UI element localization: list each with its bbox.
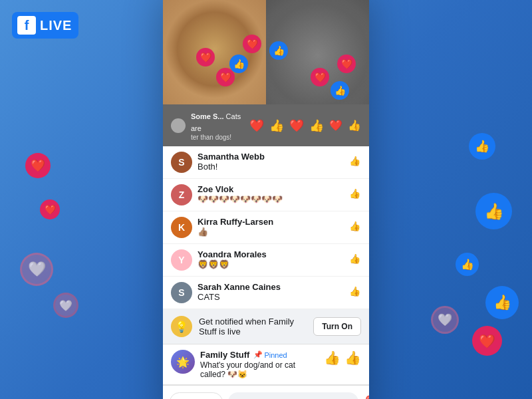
- top-comment-text: Some S... Cats are: [191, 112, 241, 132]
- comment-like-btn[interactable]: 👍: [348, 285, 361, 298]
- bg-heart-3: ❤️: [472, 326, 502, 356]
- dog-face: [266, 0, 369, 104]
- comment-content: Yoandra Morales 🦁🦁🦁: [198, 249, 342, 269]
- share-icon: ↗: [180, 397, 187, 400]
- comment-message: Both!: [198, 162, 342, 172]
- comment-content: Zoe Vlok 🐶🐶🐶🐶🐶🐶🐶🐶: [198, 184, 342, 204]
- fb-logo: f: [17, 16, 36, 35]
- bg-like-2: 👍: [475, 193, 512, 229]
- comment-avatar: K: [171, 217, 192, 238]
- comment-like-icon-3: 👍: [348, 119, 361, 132]
- bg-like-3: 👍: [456, 253, 479, 276]
- comment-heart-icon: ❤️: [249, 118, 264, 133]
- comment-message: CATS: [198, 292, 342, 302]
- video-section: LIVE ♦ 7.4k ❤️ ❤️ 👍 ❤️ ❤️ 👍 ❤️ 👍: [163, 0, 369, 104]
- comment-name: Sarah Xanne Caines: [198, 282, 342, 292]
- comment-name: Samantha Webb: [198, 152, 342, 162]
- comment-avatar: S: [171, 152, 192, 173]
- notification-icon: 💡: [171, 316, 192, 337]
- comment-message: 🦁🦁🦁: [198, 259, 342, 269]
- comment-heart-icon-3: ❤️: [329, 119, 342, 132]
- bg-heart-outline-2: 🤍: [53, 293, 78, 318]
- comment-avatar: S: [171, 282, 192, 303]
- comment-item: K Kirra Ruffy-Larsen 👍🏽 👍: [163, 211, 369, 244]
- comment-content: Kirra Ruffy-Larsen 👍🏽: [198, 217, 342, 237]
- pinned-content: Family Stuff 📌 Pinned What's your dog/an…: [200, 350, 319, 379]
- bg-like-4: 👍: [485, 286, 519, 319]
- comment-content: Samantha Webb Both!: [198, 152, 342, 172]
- comment-like-btn[interactable]: 👍: [348, 154, 361, 168]
- comment-avatar: Z: [171, 184, 192, 205]
- pinned-header: Family Stuff 📌 Pinned: [200, 350, 319, 360]
- pinned-message: What's your dog/and or cat called? 🐶😺: [200, 360, 319, 379]
- comment-message: 🐶🐶🐶🐶🐶🐶🐶🐶: [198, 194, 342, 204]
- phone-card: LIVE ♦ 7.4k ❤️ ❤️ 👍 ❤️ ❤️ 👍 ❤️ 👍 Some S.…: [163, 0, 369, 399]
- comment-heart-icon-2: ❤️: [289, 118, 304, 133]
- comment-item: S Samantha Webb Both! 👍: [163, 146, 369, 179]
- notification-text: Get notified when Family Stuff is live: [199, 317, 307, 336]
- comment-input[interactable]: [228, 392, 358, 400]
- video-cat: LIVE: [163, 0, 266, 104]
- live-label: LIVE: [40, 18, 72, 33]
- comment-avatar: Y: [171, 249, 192, 271]
- comment-like-btn[interactable]: 👍: [348, 252, 361, 265]
- bg-heart-outline-1: 🤍: [20, 253, 53, 286]
- comment-name: Zoe Vlok: [198, 184, 342, 194]
- bottom-bar: ↗ Share ❤️ 👍 ❤️: [163, 385, 369, 399]
- comment-like-btn[interactable]: 👍: [348, 219, 361, 233]
- cat-face: [163, 0, 266, 104]
- pinned-post: 🌟 Family Stuff 📌 Pinned What's your dog/…: [163, 344, 369, 385]
- pinned-badge: 📌 Pinned: [253, 350, 287, 359]
- top-comment-bar: Some S... Cats are ter than dogs! ❤️ 👍 ❤…: [163, 104, 369, 146]
- comment-item: S Sarah Xanne Caines CATS 👍: [163, 277, 369, 309]
- top-comment-subtext: ter than dogs!: [191, 134, 244, 141]
- comment-name: Yoandra Morales: [198, 249, 342, 259]
- fb-live-badge: f LIVE: [12, 12, 78, 39]
- top-comment-avatar: [171, 118, 186, 133]
- bg-heart-2: ❤️: [40, 200, 60, 219]
- comment-item: Z Zoe Vlok 🐶🐶🐶🐶🐶🐶🐶🐶 👍: [163, 179, 369, 211]
- top-comment-content: Some S... Cats are ter than dogs!: [191, 110, 244, 141]
- comment-name: Kirra Ruffy-Larsen: [198, 217, 342, 227]
- bg-heart-outline-3: 🤍: [431, 306, 459, 334]
- comments-list: S Samantha Webb Both! 👍 Z Zoe Vlok 🐶🐶🐶🐶🐶…: [163, 146, 369, 309]
- pinned-avatar: 🌟: [171, 350, 195, 374]
- heart-reaction-input: ❤️: [365, 394, 369, 399]
- pinned-like-2: 👍: [344, 350, 361, 365]
- pinned-like-1: 👍: [324, 350, 340, 365]
- comment-like-btn[interactable]: 👍: [348, 187, 361, 200]
- comment-message: 👍🏽: [198, 227, 342, 237]
- share-button[interactable]: ↗ Share: [170, 392, 223, 400]
- pinned-reactions: 👍 👍: [324, 350, 361, 366]
- comment-content: Sarah Xanne Caines CATS: [198, 282, 342, 302]
- bg-heart-1: ❤️: [25, 153, 51, 178]
- video-dog: ♦ 7.4k: [266, 0, 369, 104]
- comment-like-icon: 👍: [269, 118, 284, 133]
- comment-item: Y Yoandra Morales 🦁🦁🦁 👍: [163, 244, 369, 277]
- bg-like-1: 👍: [469, 133, 495, 160]
- turn-on-button[interactable]: Turn On: [313, 317, 361, 336]
- pinned-channel-name: Family Stuff: [200, 350, 249, 360]
- comment-like-icon-2: 👍: [309, 118, 324, 133]
- notification-bar: 💡 Get notified when Family Stuff is live…: [163, 309, 369, 344]
